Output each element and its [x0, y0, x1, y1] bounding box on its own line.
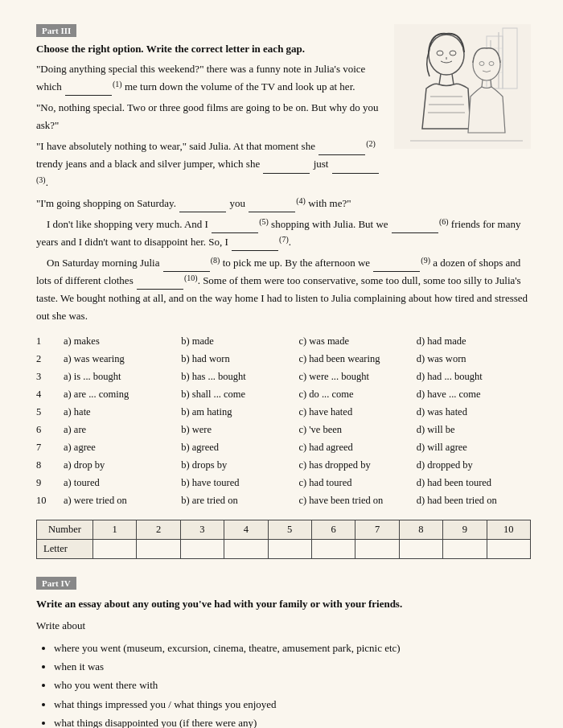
table-col-7: 7	[355, 520, 399, 540]
table-answer-5[interactable]	[268, 540, 311, 559]
opt-8b: b) drops by	[179, 457, 295, 473]
opt-num-4: 4	[36, 386, 60, 402]
table-col-4: 4	[224, 520, 268, 540]
opt-num-9: 9	[36, 475, 60, 491]
opt-9d: d) had been toured	[415, 475, 531, 491]
gap3a	[263, 173, 310, 174]
opt-num-7: 7	[36, 439, 60, 455]
opt-2d: d) was worn	[415, 351, 531, 367]
table-row-label: Letter	[37, 540, 93, 559]
opt-num-3: 3	[36, 368, 60, 385]
part4-label: Part IV	[36, 577, 76, 590]
opt-8a: a) drop by	[62, 457, 178, 473]
opt-6b: b) were	[179, 422, 295, 438]
opt-num-1: 1	[36, 333, 60, 349]
table-header-number: Number	[37, 520, 93, 540]
table-answer-1[interactable]	[92, 540, 136, 559]
part4-section: Part IV Write an essay about any outing …	[36, 577, 531, 728]
opt-7d: d) will agree	[415, 439, 531, 455]
opt-4a: a) are ... coming	[62, 386, 178, 402]
opt-10b: b) are tried on	[179, 492, 295, 508]
part3-para3: "I have absolutely nothing to wear," sai…	[36, 138, 384, 191]
table-answer-9[interactable]	[443, 540, 487, 559]
opt-5a: a) hate	[62, 404, 178, 420]
table-col-5: 5	[268, 520, 311, 540]
opt-7a: a) agree	[62, 439, 178, 455]
bullet-1: where you went (museum, excursion, cinem…	[54, 639, 531, 657]
part3-para1: "Doing anything special this weekend?" t…	[36, 60, 384, 96]
table-answer-6[interactable]	[311, 540, 355, 559]
opt-1c: c) was made	[298, 333, 413, 349]
gap1	[65, 95, 112, 96]
table-answer-8[interactable]	[399, 540, 442, 559]
gap8	[163, 271, 210, 272]
part3-para2: "No, nothing special. Two or three good …	[36, 99, 384, 134]
gap7	[232, 250, 278, 251]
table-answer-7[interactable]	[355, 540, 399, 559]
part3-instruction: Choose the right option. Write the corre…	[36, 43, 384, 56]
opt-num-10: 10	[36, 492, 60, 508]
part4-instruction-bold: Write an essay about any outing you've h…	[36, 598, 402, 610]
bullet-3: who you went there with	[54, 676, 531, 694]
page: Part III	[0, 0, 563, 728]
opt-num-2: 2	[36, 351, 60, 367]
table-col-3: 3	[180, 520, 224, 540]
gap4b	[249, 212, 295, 212]
opt-6a: a) are	[62, 422, 178, 438]
part3-para6: On Saturday morning Julia (8) to pick me…	[36, 254, 531, 325]
opt-4c: c) do ... come	[298, 386, 413, 402]
part4-sub-instruction: Write about	[36, 617, 531, 635]
answer-table: Number 1 2 3 4 5 6 7 8 9 10 Letter	[36, 520, 531, 559]
gap6	[392, 232, 438, 233]
opt-num-8: 8	[36, 457, 60, 473]
opt-10c: c) have been tried on	[298, 492, 413, 508]
bullet-4: what things impressed you / what things …	[54, 695, 531, 714]
gap3b	[332, 173, 379, 174]
table-col-2: 2	[137, 520, 180, 540]
part4-instruction: Write an essay about any outing you've h…	[36, 595, 531, 613]
opt-2c: c) had been wearing	[298, 351, 413, 367]
opt-1a: a) makes	[62, 333, 178, 349]
part3-para4: "I'm going shopping on Saturday. you (4)…	[36, 195, 384, 212]
opt-8d: d) dropped by	[415, 457, 531, 473]
opt-3c: c) were ... bought	[298, 368, 413, 385]
bullet-5: what things disappointed you (if there w…	[54, 714, 531, 728]
illustration	[394, 24, 531, 149]
opt-9b: b) have toured	[179, 475, 295, 491]
opt-7b: b) agreed	[179, 439, 295, 455]
opt-2b: b) had worn	[179, 351, 295, 367]
table-col-8: 8	[399, 520, 442, 540]
opt-10d: d) had been tried on	[415, 492, 531, 508]
gap10	[137, 289, 183, 290]
opt-num-6: 6	[36, 422, 60, 438]
part3-label: Part III	[36, 24, 76, 37]
opt-5b: b) am hating	[179, 404, 295, 420]
opt-4d: d) have ... come	[415, 386, 531, 402]
opt-4b: b) shall ... come	[179, 386, 295, 402]
table-col-10: 10	[487, 520, 530, 540]
opt-9a: a) toured	[62, 475, 178, 491]
table-answer-10[interactable]	[487, 540, 530, 559]
opt-3a: a) is ... bought	[62, 368, 178, 385]
part3-section: Part III	[36, 24, 531, 559]
gap9	[373, 271, 420, 272]
opt-9c: c) had toured	[298, 475, 413, 491]
opt-6c: c) 've been	[298, 422, 413, 438]
gap4a	[179, 212, 226, 212]
opt-1d: d) had made	[415, 333, 531, 349]
opt-2a: a) was wearing	[62, 351, 178, 367]
opt-3d: d) had ... bought	[415, 368, 531, 385]
opt-5d: d) was hated	[415, 404, 531, 420]
part4-bullet-list: where you went (museum, excursion, cinem…	[54, 639, 531, 729]
table-answer-2[interactable]	[137, 540, 180, 559]
opt-10a: a) were tried on	[62, 492, 178, 508]
options-grid: 1 a) makes b) made c) was made d) had ma…	[36, 333, 531, 508]
gap5	[212, 232, 258, 233]
gap2	[318, 154, 365, 155]
opt-8c: c) has dropped by	[298, 457, 413, 473]
table-answer-4[interactable]	[224, 540, 268, 559]
opt-5c: c) have hated	[298, 404, 413, 420]
opt-6d: d) will be	[415, 422, 531, 438]
table-answer-3[interactable]	[180, 540, 224, 559]
part3-para5: I don't like shopping very much. And I (…	[36, 216, 531, 251]
